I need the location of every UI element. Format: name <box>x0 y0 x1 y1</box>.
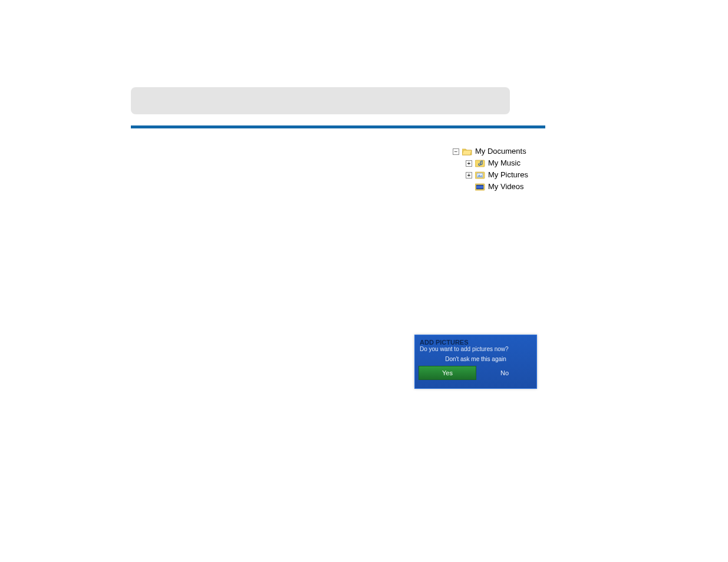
videos-folder-icon <box>475 183 485 191</box>
folder-open-icon <box>462 147 472 156</box>
expander-icon[interactable]: + <box>466 172 472 178</box>
svg-rect-6 <box>476 185 483 186</box>
tree-label: My Videos <box>488 181 523 193</box>
tree-node-my-music[interactable]: + My Music <box>466 157 528 169</box>
folder-tree: − My Documents + My Music + <box>453 146 528 193</box>
expander-spacer <box>466 184 472 190</box>
dialog-title: ADD PICTURES <box>415 337 536 346</box>
svg-rect-0 <box>475 160 485 167</box>
tree-node-my-documents[interactable]: − My Documents <box>453 146 528 157</box>
no-button[interactable]: No <box>476 366 533 380</box>
svg-rect-7 <box>476 189 483 189</box>
yes-button[interactable]: Yes <box>419 366 476 380</box>
expander-icon[interactable]: − <box>453 148 459 155</box>
dialog-subtitle: Do you want to add pictures now? <box>415 346 536 352</box>
music-folder-icon <box>475 159 485 167</box>
tree-label: My Pictures <box>488 169 528 181</box>
add-pictures-dialog: ADD PICTURES Do you want to add pictures… <box>414 335 537 389</box>
dont-ask-again-checkbox[interactable]: Don't ask me this again <box>415 352 536 366</box>
tree-label: My Documents <box>475 146 526 157</box>
tree-node-my-videos[interactable]: My Videos <box>466 181 528 193</box>
tree-label: My Music <box>488 157 521 169</box>
tree-node-my-pictures[interactable]: + My Pictures <box>466 169 528 181</box>
expander-icon[interactable]: + <box>466 160 472 167</box>
blue-rule <box>131 125 545 128</box>
grey-bar <box>131 87 510 114</box>
dialog-buttons: Yes No <box>419 366 533 380</box>
pictures-folder-icon <box>475 171 485 179</box>
